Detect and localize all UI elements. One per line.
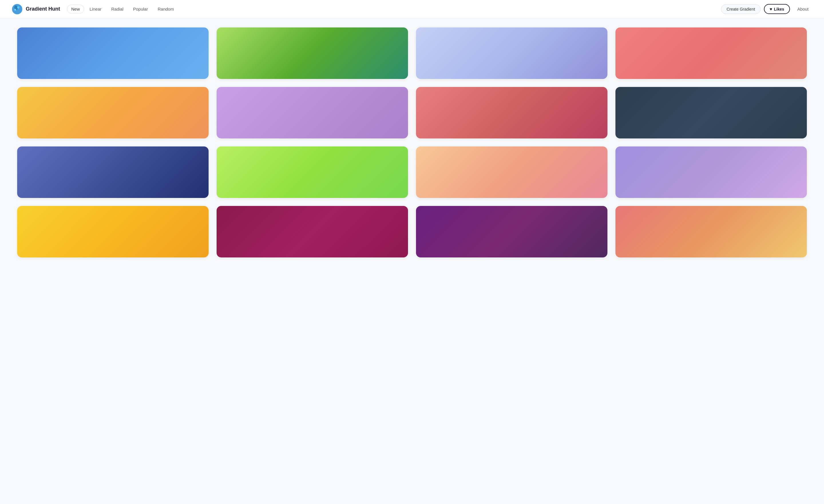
gradient-card[interactable] bbox=[17, 146, 209, 198]
gradient-card[interactable] bbox=[217, 87, 408, 138]
gradient-card[interactable] bbox=[217, 206, 408, 258]
gradient-preview bbox=[17, 27, 209, 79]
nav-radial[interactable]: Radial bbox=[107, 5, 128, 13]
gradient-preview bbox=[416, 206, 607, 258]
gradient-preview bbox=[615, 206, 807, 258]
main-nav: New Linear Radial Popular Random bbox=[67, 5, 178, 13]
logo-link[interactable]: Gradient Hunt bbox=[11, 3, 60, 15]
gradient-preview bbox=[217, 146, 408, 198]
nav-linear[interactable]: Linear bbox=[85, 5, 106, 13]
gradient-card[interactable] bbox=[17, 206, 209, 258]
gradient-card[interactable] bbox=[217, 27, 408, 79]
gradient-preview bbox=[217, 27, 408, 79]
gradient-card[interactable] bbox=[416, 206, 607, 258]
gradient-card[interactable] bbox=[416, 87, 607, 138]
gradient-card[interactable] bbox=[416, 146, 607, 198]
gradient-card[interactable] bbox=[615, 27, 807, 79]
logo-text: Gradient Hunt bbox=[26, 6, 60, 12]
gradient-preview bbox=[615, 27, 807, 79]
gradient-card[interactable] bbox=[17, 27, 209, 79]
gradient-preview bbox=[217, 206, 408, 258]
gradient-preview bbox=[615, 87, 807, 138]
logo-icon bbox=[11, 3, 23, 15]
site-header: Gradient Hunt New Linear Radial Popular … bbox=[0, 0, 824, 18]
gradient-preview bbox=[217, 87, 408, 138]
about-link[interactable]: About bbox=[793, 5, 813, 13]
header-left: Gradient Hunt New Linear Radial Popular … bbox=[11, 3, 178, 15]
gradient-card[interactable] bbox=[217, 146, 408, 198]
svg-point-3 bbox=[14, 9, 16, 11]
create-gradient-button[interactable]: Create Gradient bbox=[721, 4, 760, 14]
main-content bbox=[0, 18, 824, 267]
nav-popular[interactable]: Popular bbox=[129, 5, 152, 13]
svg-point-2 bbox=[17, 6, 19, 9]
gradient-preview bbox=[615, 146, 807, 198]
likes-button[interactable]: ♥ Likes bbox=[764, 4, 790, 14]
gradient-grid bbox=[17, 27, 807, 258]
nav-random[interactable]: Random bbox=[153, 5, 178, 13]
gradient-card[interactable] bbox=[615, 87, 807, 138]
gradient-card[interactable] bbox=[615, 206, 807, 258]
gradient-card[interactable] bbox=[416, 27, 607, 79]
gradient-card[interactable] bbox=[17, 87, 209, 138]
gradient-preview bbox=[416, 27, 607, 79]
gradient-preview bbox=[416, 146, 607, 198]
gradient-preview bbox=[17, 206, 209, 258]
gradient-preview bbox=[416, 87, 607, 138]
gradient-preview bbox=[17, 87, 209, 138]
nav-new[interactable]: New bbox=[67, 5, 84, 13]
gradient-preview bbox=[17, 146, 209, 198]
header-right: Create Gradient ♥ Likes About bbox=[721, 4, 813, 14]
heart-icon: ♥ bbox=[769, 7, 772, 11]
likes-label: Likes bbox=[774, 7, 784, 11]
gradient-card[interactable] bbox=[615, 146, 807, 198]
